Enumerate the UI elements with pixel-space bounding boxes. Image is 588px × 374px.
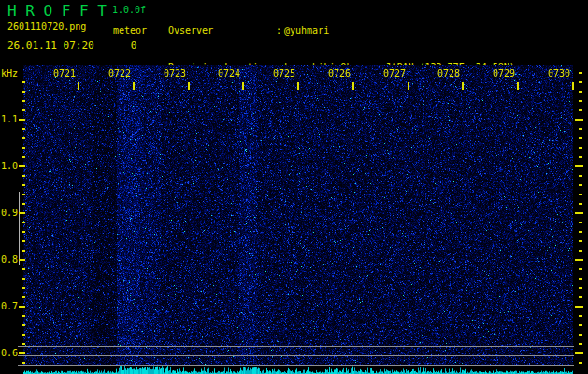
info-label: Ovserver <box>168 25 273 37</box>
freq-minor-tick <box>579 203 582 205</box>
freq-tick-label: 1.0 <box>0 161 18 172</box>
freq-minor-tick <box>579 109 582 111</box>
freq-minor-tick <box>579 250 582 252</box>
time-tick-label: 0721 <box>48 68 76 79</box>
output-filename: 2601110720.png <box>7 22 86 32</box>
freq-minor-tick <box>22 296 25 298</box>
freq-minor-tick <box>579 268 582 270</box>
time-tick-label: 0730 <box>542 68 570 79</box>
freq-minor-tick <box>22 109 25 111</box>
time-minute-tick <box>572 82 574 90</box>
app-title: H R O F F T <box>7 2 107 20</box>
freq-major-tick <box>575 306 583 308</box>
freq-minor-tick <box>22 334 25 336</box>
freq-minor-tick <box>22 137 25 139</box>
freq-tick-label: 0.6 <box>0 348 18 359</box>
freq-minor-tick <box>579 324 582 326</box>
freq-major-tick <box>575 212 583 214</box>
freq-minor-tick <box>579 315 582 317</box>
info-row-observer: Ovserver:@yuhmari <box>168 25 515 37</box>
freq-tick-label: 0.7 <box>0 301 18 312</box>
freq-major-tick <box>19 212 25 214</box>
freq-minor-tick <box>579 278 582 280</box>
freq-tick-label: 0.8 <box>0 254 18 266</box>
freq-minor-tick <box>579 362 582 364</box>
freq-minor-tick <box>579 91 582 93</box>
freq-major-tick <box>19 306 25 308</box>
freq-minor-tick <box>579 231 582 233</box>
freq-minor-tick <box>579 175 582 177</box>
freq-minor-tick <box>22 324 25 326</box>
freq-minor-tick <box>579 147 582 149</box>
observation-datetime: 26.01.11 07:20 <box>7 39 94 51</box>
freq-minor-tick <box>22 100 25 102</box>
freq-minor-tick <box>579 296 582 298</box>
app-version: 1.0.0f <box>112 5 146 15</box>
freq-minor-tick <box>22 91 25 93</box>
time-minute-tick <box>133 82 135 90</box>
time-tick-label: 0729 <box>487 68 515 79</box>
freq-major-tick <box>19 165 25 167</box>
freq-minor-tick <box>22 203 25 205</box>
time-minute-tick <box>408 82 409 90</box>
freq-minor-tick <box>22 175 25 177</box>
time-tick-label: 0722 <box>103 68 131 79</box>
freq-minor-tick <box>22 81 25 83</box>
freq-minor-tick <box>22 184 25 186</box>
freq-minor-tick <box>579 287 582 289</box>
freq-minor-tick <box>22 315 25 317</box>
freq-minor-tick <box>579 128 582 130</box>
signal-level-trace <box>23 366 573 374</box>
freq-minor-tick <box>579 81 582 83</box>
freq-minor-tick <box>579 334 582 336</box>
freq-major-tick <box>575 165 583 167</box>
time-minute-tick <box>78 82 79 90</box>
freq-major-tick <box>19 119 25 121</box>
time-minute-tick <box>517 82 519 90</box>
freq-minor-tick <box>22 231 25 233</box>
freq-major-tick <box>19 352 25 354</box>
freq-minor-tick <box>22 222 25 223</box>
freq-minor-tick <box>22 156 25 158</box>
spectrogram-canvas <box>23 65 573 367</box>
freq-tick-label: 1.1 <box>0 114 18 125</box>
time-minute-tick <box>352 82 354 90</box>
reference-line-upper <box>18 346 574 347</box>
hrofft-window: H R O F F T 1.0.0f 2601110720.png 26.01.… <box>0 0 588 374</box>
freq-major-tick <box>19 259 25 261</box>
freq-minor-tick <box>22 343 25 345</box>
freq-minor-tick <box>22 362 25 364</box>
freq-minor-tick <box>22 250 25 252</box>
time-tick-label: 0725 <box>267 68 295 79</box>
freq-major-tick <box>575 119 583 121</box>
freq-minor-tick <box>579 100 582 102</box>
freq-minor-tick <box>579 72 582 74</box>
freq-axis-unit-label: kHz <box>1 68 18 79</box>
time-minute-tick <box>297 82 299 90</box>
time-tick-label: 0727 <box>378 68 406 79</box>
axis-level-marker-bar <box>19 192 20 265</box>
freq-minor-tick <box>579 184 582 186</box>
freq-major-tick <box>575 352 583 354</box>
meteor-count-value: 0 <box>115 39 152 51</box>
reference-line-middle <box>18 355 574 356</box>
freq-minor-tick <box>22 287 25 289</box>
freq-minor-tick <box>22 278 25 280</box>
freq-minor-tick <box>22 147 25 149</box>
freq-minor-tick <box>22 240 25 242</box>
freq-minor-tick <box>579 156 582 158</box>
time-tick-label: 0724 <box>212 68 240 79</box>
time-tick-label: 0728 <box>432 68 460 79</box>
freq-minor-tick <box>579 194 582 195</box>
freq-major-tick <box>575 259 583 261</box>
time-minute-tick <box>462 82 464 90</box>
freq-tick-label: 0.9 <box>0 208 18 219</box>
freq-minor-tick <box>22 194 25 195</box>
freq-minor-tick <box>22 128 25 130</box>
freq-minor-tick <box>22 268 25 270</box>
time-minute-tick <box>188 82 190 90</box>
info-separator: : <box>273 25 284 37</box>
freq-minor-tick <box>579 240 582 242</box>
time-minute-tick <box>242 82 244 90</box>
reference-line-lower <box>18 365 574 366</box>
